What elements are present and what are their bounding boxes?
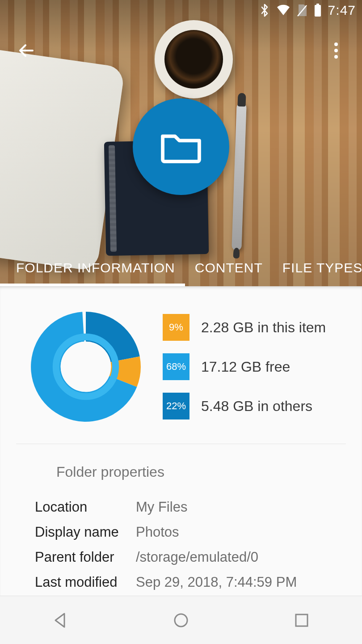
property-key: Last modified [35,574,136,590]
nav-back[interactable] [47,607,74,634]
nav-home-icon [173,612,189,629]
wifi-icon [276,4,290,16]
android-nav-bar [0,596,362,644]
property-value: Photos [136,524,179,540]
bluetooth-icon [259,4,270,17]
status-time: 7:47 [328,3,356,18]
property-value: Sep 29, 2018, 7:44:59 PM [136,574,297,590]
svg-point-5 [334,55,338,59]
folder-avatar [133,98,229,195]
folder-properties-list: LocationMy FilesDisplay namePhotosParent… [0,495,362,596]
svg-rect-2 [316,4,319,5]
property-row: Parent folder/storage/emulated/0 [35,545,362,570]
status-bar: 7:47 [0,0,362,21]
legend-row: 68%17.12 GB free [163,353,326,380]
no-sim-icon [297,4,307,17]
nav-home[interactable] [168,607,194,634]
tab-content[interactable]: CONTENT [185,250,273,286]
svg-point-7 [61,342,111,392]
folder-properties-title: Folder properties [0,444,362,495]
legend-row: 22%5.48 GB in others [163,393,326,419]
property-key: Location [35,499,136,515]
tab-folder-information[interactable]: FOLDER INFORMATION [0,250,185,286]
property-value: My Files [136,499,187,515]
legend-label: 5.48 GB in others [201,398,312,415]
nav-recents[interactable] [288,607,315,634]
property-row: LocationMy Files [35,495,362,520]
storage-donut-chart [29,309,143,424]
property-key: Display name [35,524,136,540]
svg-rect-1 [315,5,321,17]
svg-point-8 [175,614,187,627]
storage-legend: 9%2.28 GB in this item68%17.12 GB free22… [163,314,326,419]
legend-swatch: 9% [163,314,189,341]
arrow-back-icon [17,41,35,60]
nav-back-icon [52,612,69,629]
tabs: FOLDER INFORMATION CONTENT FILE TYPES [0,250,362,286]
property-row: Last modifiedSep 29, 2018, 7:44:59 PM [35,570,362,595]
svg-point-4 [334,49,338,52]
legend-swatch: 22% [163,393,189,419]
overflow-menu-button[interactable] [324,38,349,63]
property-value: /storage/emulated/0 [136,549,258,565]
battery-icon [314,4,322,17]
svg-rect-9 [296,614,307,626]
nav-recents-icon [294,613,309,628]
svg-point-3 [334,42,338,46]
folder-icon [159,129,203,164]
legend-label: 2.28 GB in this item [201,319,326,336]
legend-swatch: 68% [163,353,189,380]
back-button[interactable] [13,38,38,63]
property-key: Parent folder [35,549,136,565]
legend-label: 17.12 GB free [201,359,290,375]
property-row: Display namePhotos [35,520,362,545]
legend-row: 9%2.28 GB in this item [163,314,326,341]
more-vert-icon [334,42,338,59]
tab-file-types[interactable]: FILE TYPES [273,250,362,286]
